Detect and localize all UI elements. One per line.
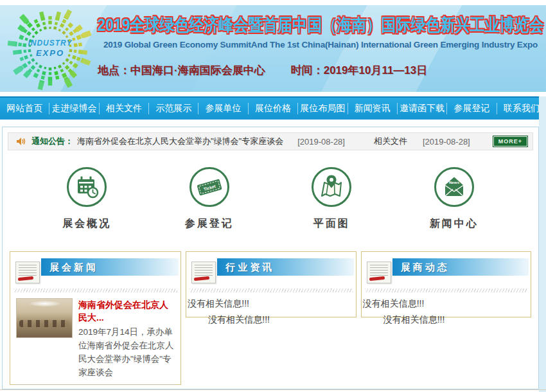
- empty-message: 没有相关信息!!!: [186, 298, 355, 310]
- page-title: 2019全球绿色经济峰会暨首届中国（海南）国际绿色新兴工业博览会: [95, 13, 546, 37]
- more-button[interactable]: MORE+: [493, 136, 527, 147]
- logo-text-line1: INDUSTRY: [5, 39, 95, 48]
- nav-item-exhibitors[interactable]: 参展单位: [198, 103, 247, 114]
- hatch-divider: [365, 289, 527, 292]
- nav-item-news[interactable]: 新闻资讯: [348, 103, 397, 114]
- nav-item-documents[interactable]: 相关文件: [100, 103, 148, 114]
- article-summary: 2019年7月14日，承办单位海南省外促会在北京人民大会堂举办"绿博会"专家座谈…: [78, 325, 175, 379]
- content-container: 通知公告： 海南省外促会在北京人民大会堂举办"绿博会"专家座谈会 [2019-0…: [2, 127, 539, 389]
- article-photo[interactable]: [16, 298, 73, 338]
- quick-link-label: 平面图: [313, 217, 350, 231]
- map-pin-icon: [310, 166, 353, 208]
- nav-item-about[interactable]: 走进绿博会: [49, 103, 98, 114]
- industry-expo-logo: INDUSTRY EXPO: [5, 5, 95, 92]
- logo-text-line2: EXPO: [5, 48, 95, 58]
- nav-item-booth-price[interactable]: 展位价格: [249, 103, 297, 114]
- venue-label: 地点：中国海口·海南国际会展中心: [98, 63, 265, 78]
- panel-exhibitor-news: 展商动态 没有相关信息!!! 没有相关信息!!!: [361, 251, 531, 317]
- news-envelope-icon: News: [433, 166, 475, 208]
- speaker-icon: [16, 137, 26, 146]
- notice-news-link[interactable]: 海南省外促会在北京人民大会堂举办"绿博会"专家座谈会: [77, 136, 283, 147]
- quick-link-floorplan[interactable]: 平面图: [270, 166, 393, 231]
- news-text: News: [449, 180, 460, 184]
- page-right-margin: [539, 96, 546, 392]
- quick-links-row: 展会概况 Ticket 参展登记 平面图: [8, 166, 533, 231]
- quick-link-label: 参展登记: [185, 217, 234, 231]
- panel-exhibition-news: 展会新闻 海南省外促会在北京人民大... 2019年7月14日，承办单位海南省外…: [10, 251, 181, 385]
- nav-item-home[interactable]: 网站首页: [0, 103, 49, 114]
- empty-message: 没有相关信息!!!: [362, 314, 531, 326]
- date-label: 时间：2019年10月11—13日: [291, 63, 428, 78]
- notice-file-link[interactable]: 相关文件: [374, 136, 407, 147]
- top-margin: [0, 0, 546, 5]
- newspaper-icon: [367, 262, 391, 283]
- news-article: 海南省外促会在北京人民大... 2019年7月14日，承办单位海南省外促会在北京…: [10, 292, 181, 379]
- quick-link-overview[interactable]: 展会概况: [26, 166, 148, 231]
- hatch-divider: [189, 289, 352, 292]
- article-title-link[interactable]: 海南省外促会在北京人民大...: [78, 298, 175, 324]
- empty-message: 没有相关信息!!!: [362, 298, 531, 310]
- page-subtitle: 2019 Global Green Economy SummitAnd The …: [95, 40, 546, 49]
- quick-link-label: 新闻中心: [430, 217, 479, 231]
- nav-item-demo[interactable]: 示范展示: [149, 103, 198, 114]
- panel-industry-info: 行业资讯 没有相关信息!!! 没有相关信息!!!: [186, 251, 356, 317]
- calendar-clock-icon: [66, 166, 108, 208]
- main-nav: 网站首页 走进绿博会 相关文件 示范展示 参展单位 展位价格 展位布局图 新闻资…: [0, 96, 546, 120]
- nav-item-invitation[interactable]: 邀请函下载: [398, 103, 446, 114]
- notice-news-date: [2019-08-28]: [297, 137, 345, 147]
- newspaper-icon: [15, 262, 40, 283]
- notice-label: 通知公告：: [31, 136, 73, 147]
- nav-item-booth-layout[interactable]: 展位布局图: [298, 103, 347, 114]
- notice-bar: 通知公告： 海南省外促会在北京人民大会堂举办"绿博会"专家座谈会 [2019-0…: [8, 132, 533, 150]
- quick-link-register[interactable]: Ticket 参展登记: [148, 166, 271, 231]
- site-header: INDUSTRY EXPO 2019全球绿色经济峰会暨首届中国（海南）国际绿色新…: [0, 5, 546, 92]
- notice-file-date: [2019-08-28]: [423, 137, 470, 147]
- page-bottom-border: [0, 389, 546, 390]
- empty-message: 没有相关信息!!!: [186, 314, 355, 326]
- quick-link-news-center[interactable]: News 新闻中心: [393, 166, 516, 231]
- newspaper-icon: [191, 262, 216, 283]
- panel-title: 展商动态: [392, 258, 529, 276]
- panels-row: 展会新闻 海南省外促会在北京人民大... 2019年7月14日，承办单位海南省外…: [8, 251, 533, 385]
- panel-title: 行业资讯: [217, 258, 353, 276]
- nav-item-register[interactable]: 参展登记: [447, 103, 496, 114]
- quick-link-label: 展会概况: [62, 217, 111, 231]
- ticket-icon: Ticket: [188, 166, 231, 208]
- panel-title: 展会新闻: [41, 258, 179, 276]
